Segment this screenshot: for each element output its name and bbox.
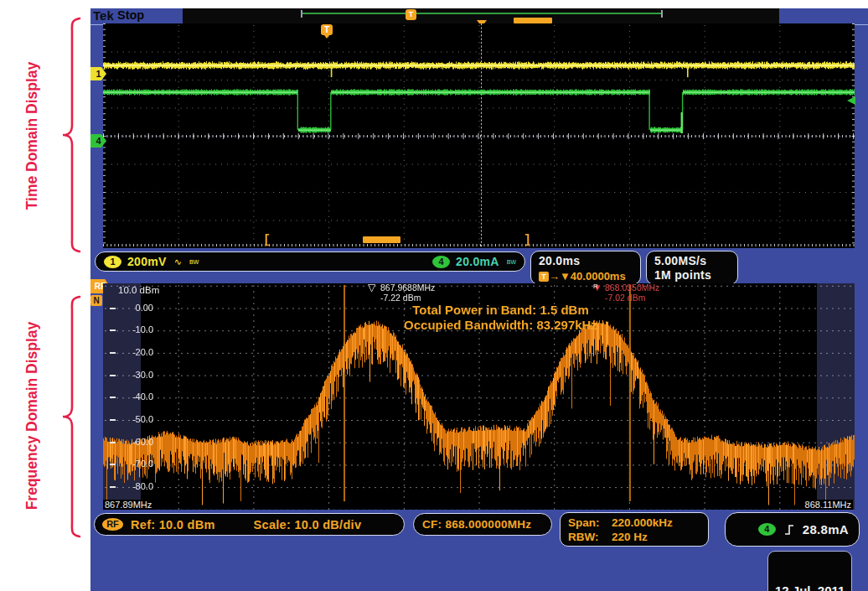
db-tick-label: -40.0: [115, 391, 153, 402]
span-rbw-pill[interactable]: Span: 220.000kHz RBW: 220 Hz: [560, 512, 709, 547]
rf-ref-level-label: 10.0 dBm: [118, 285, 159, 295]
acquisition-preview-line: [302, 13, 662, 14]
start-frequency-label: 867.89MHz: [103, 500, 153, 510]
date-text: 12 Jul 2011: [775, 583, 845, 591]
preview-end-bracket: [661, 10, 663, 18]
ch4-bandwidth-icon: ʙᴡ: [507, 257, 516, 266]
ch4-badge: 4: [432, 256, 450, 268]
ch4-scale-readout: 20.0mA: [456, 255, 499, 268]
trigger-slope-icon: [784, 523, 794, 537]
sample-rate-readout: 5.00MS/s: [654, 254, 730, 267]
db-tick-label: -80.0: [115, 481, 153, 491]
db-tick-label: -60.0: [115, 437, 153, 447]
center-frequency-pill[interactable]: CF: 868.000000MHz: [413, 513, 552, 536]
span-label: Span:: [568, 516, 612, 530]
acquisition-readout-pill[interactable]: 5.00MS/s 1M points: [646, 251, 738, 285]
occupied-bandwidth-text: Occupied Bandwidth: 83.297kHz: [103, 318, 868, 332]
stop-frequency-label: 868.11MHz: [803, 500, 853, 510]
rf-scale-readout: Scale: 10.0 dB/div: [254, 518, 362, 531]
db-tick-label: -70.0: [115, 459, 153, 469]
reference-marker-letter: R: [593, 282, 598, 292]
time-domain-display: T [ ]: [103, 23, 855, 248]
center-frequency-readout: CF: 868.000000MHz: [422, 518, 531, 531]
horizontal-readout-pill[interactable]: 20.0ms T→▼40.0000ms: [530, 251, 641, 285]
frequency-domain-annotation-label: Frequency Domain Display: [23, 290, 41, 542]
marker-a-frequency: 867.9688MHz: [380, 283, 435, 293]
rbw-label: RBW:: [568, 530, 612, 544]
frequency-domain-display: 10.0 dBm 0.00-10.0-20.0-30.0-40.0-50.0-6…: [103, 283, 855, 510]
ch1-scale-readout: 200mV: [127, 255, 167, 268]
rf-circle-badge: RF: [102, 518, 123, 531]
ch1-bandwidth-icon: ʙᴡ: [189, 257, 199, 266]
trigger-level-arrow-icon: [847, 96, 855, 105]
ch1-coupling-icon: ∿: [174, 257, 182, 267]
trigger-t-icon: T: [539, 272, 549, 282]
trigger-t-flag-icon: T: [321, 24, 333, 35]
tek-logo: Tek: [93, 8, 114, 23]
preview-trigger-icon: T: [406, 9, 416, 20]
gate-close-bracket: ]: [524, 233, 531, 247]
reference-marker-readout: 868.0350MHz -7.02 dBm: [605, 283, 659, 303]
scope-screen: Tek Stop T T [ ] 1 4 1 200mV ∿ ʙᴡ 4 20.0…: [90, 8, 868, 591]
marker-r-frequency: 868.0350MHz: [605, 283, 659, 293]
preview-spectrum-time-bar: [514, 18, 552, 23]
rf-normal-trace-icon: N: [90, 295, 102, 306]
trigger-delay-readout: →▼40.0000ms: [549, 270, 626, 283]
horizontal-scale-readout: 20.0ms: [539, 254, 633, 267]
span-value: 220.000kHz: [612, 516, 700, 530]
ch1-badge: 1: [104, 256, 121, 268]
time-domain-canvas: [103, 23, 855, 248]
preview-start-bracket: [301, 10, 302, 18]
acquisition-state: Stop: [117, 8, 144, 22]
trigger-source-badge: 4: [758, 523, 776, 536]
record-length-readout: 1M points: [654, 268, 730, 282]
spectrum-time-bar: [363, 236, 400, 243]
db-tick-label: -20.0: [115, 347, 153, 357]
channel-readout-pill[interactable]: 1 200mV ∿ ʙᴡ 4 20.0mA ʙᴡ: [95, 251, 525, 272]
marker-a-readout: 867.9688MHz -7.22 dBm: [380, 283, 435, 303]
db-tick-label: -30.0: [115, 370, 153, 380]
time-domain-annotation-label: Time Domain Display: [23, 10, 41, 262]
trigger-readout-pill[interactable]: 4 28.8mA: [725, 512, 860, 547]
gate-open-bracket: [: [263, 233, 271, 247]
marker-r-amplitude: -7.02 dBm: [605, 293, 659, 303]
total-power-text: Total Power in Band: 1.5 dBm: [103, 303, 868, 317]
marker-a-amplitude: -7.22 dBm: [380, 293, 435, 303]
time-domain-brace: [59, 17, 84, 253]
datetime-pill: 12 Jul 2011 10:01:29: [767, 551, 852, 591]
rf-ref-level-readout: Ref: 10.0 dBm: [131, 518, 215, 531]
frequency-domain-brace: [59, 295, 84, 538]
trigger-level-readout: 28.8mA: [803, 522, 849, 537]
db-tick-label: -50.0: [115, 414, 153, 424]
rf-vertical-readout-pill[interactable]: RF Ref: 10.0 dBm Scale: 10.0 dB/div: [94, 513, 405, 536]
rbw-value: 220 Hz: [612, 530, 700, 544]
marker-a-icon[interactable]: ▽: [368, 283, 375, 293]
